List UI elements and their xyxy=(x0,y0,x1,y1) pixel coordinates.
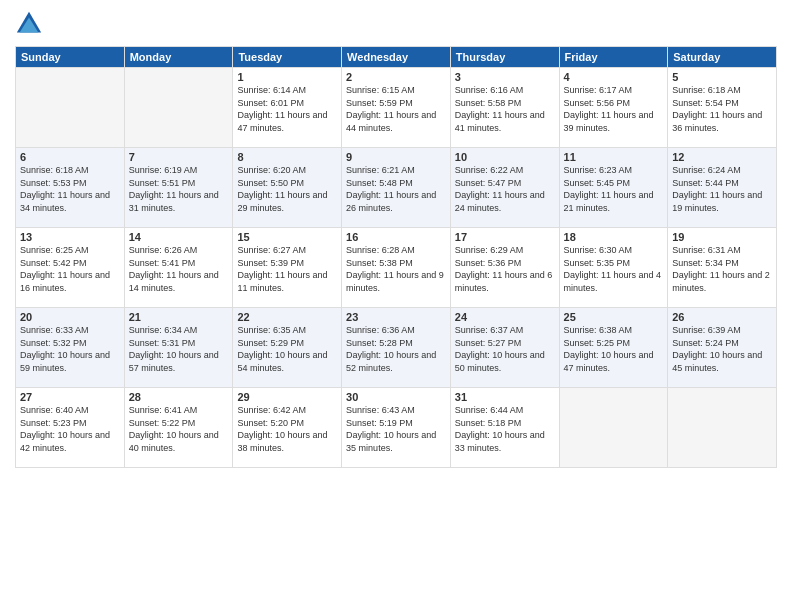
calendar-table: SundayMondayTuesdayWednesdayThursdayFrid… xyxy=(15,46,777,468)
day-info: Sunrise: 6:39 AMSunset: 5:24 PMDaylight:… xyxy=(672,325,762,373)
day-number: 21 xyxy=(129,311,229,323)
day-number: 17 xyxy=(455,231,555,243)
day-info: Sunrise: 6:20 AMSunset: 5:50 PMDaylight:… xyxy=(237,165,327,213)
calendar-cell xyxy=(16,68,125,148)
day-number: 28 xyxy=(129,391,229,403)
calendar-week-3: 13 Sunrise: 6:25 AMSunset: 5:42 PMDaylig… xyxy=(16,228,777,308)
calendar-cell: 29 Sunrise: 6:42 AMSunset: 5:20 PMDaylig… xyxy=(233,388,342,468)
day-number: 31 xyxy=(455,391,555,403)
day-info: Sunrise: 6:44 AMSunset: 5:18 PMDaylight:… xyxy=(455,405,545,453)
day-number: 19 xyxy=(672,231,772,243)
day-number: 2 xyxy=(346,71,446,83)
calendar-cell: 24 Sunrise: 6:37 AMSunset: 5:27 PMDaylig… xyxy=(450,308,559,388)
day-info: Sunrise: 6:26 AMSunset: 5:41 PMDaylight:… xyxy=(129,245,219,293)
day-info: Sunrise: 6:18 AMSunset: 5:54 PMDaylight:… xyxy=(672,85,762,133)
day-number: 11 xyxy=(564,151,664,163)
calendar-cell: 2 Sunrise: 6:15 AMSunset: 5:59 PMDayligh… xyxy=(342,68,451,148)
calendar-cell xyxy=(668,388,777,468)
logo xyxy=(15,10,45,38)
header xyxy=(15,10,777,38)
day-number: 22 xyxy=(237,311,337,323)
calendar-cell: 22 Sunrise: 6:35 AMSunset: 5:29 PMDaylig… xyxy=(233,308,342,388)
calendar-cell: 13 Sunrise: 6:25 AMSunset: 5:42 PMDaylig… xyxy=(16,228,125,308)
calendar-header-row: SundayMondayTuesdayWednesdayThursdayFrid… xyxy=(16,47,777,68)
calendar-cell: 5 Sunrise: 6:18 AMSunset: 5:54 PMDayligh… xyxy=(668,68,777,148)
calendar-cell: 4 Sunrise: 6:17 AMSunset: 5:56 PMDayligh… xyxy=(559,68,668,148)
day-number: 30 xyxy=(346,391,446,403)
day-info: Sunrise: 6:40 AMSunset: 5:23 PMDaylight:… xyxy=(20,405,110,453)
calendar-cell: 27 Sunrise: 6:40 AMSunset: 5:23 PMDaylig… xyxy=(16,388,125,468)
calendar-cell xyxy=(559,388,668,468)
day-number: 9 xyxy=(346,151,446,163)
day-number: 12 xyxy=(672,151,772,163)
day-number: 27 xyxy=(20,391,120,403)
calendar-cell: 26 Sunrise: 6:39 AMSunset: 5:24 PMDaylig… xyxy=(668,308,777,388)
calendar-header-saturday: Saturday xyxy=(668,47,777,68)
day-number: 6 xyxy=(20,151,120,163)
day-number: 13 xyxy=(20,231,120,243)
day-info: Sunrise: 6:25 AMSunset: 5:42 PMDaylight:… xyxy=(20,245,110,293)
day-info: Sunrise: 6:17 AMSunset: 5:56 PMDaylight:… xyxy=(564,85,654,133)
day-info: Sunrise: 6:31 AMSunset: 5:34 PMDaylight:… xyxy=(672,245,770,293)
day-number: 23 xyxy=(346,311,446,323)
calendar-header-sunday: Sunday xyxy=(16,47,125,68)
calendar-cell: 6 Sunrise: 6:18 AMSunset: 5:53 PMDayligh… xyxy=(16,148,125,228)
calendar-cell: 9 Sunrise: 6:21 AMSunset: 5:48 PMDayligh… xyxy=(342,148,451,228)
calendar-cell: 11 Sunrise: 6:23 AMSunset: 5:45 PMDaylig… xyxy=(559,148,668,228)
calendar-header-monday: Monday xyxy=(124,47,233,68)
day-info: Sunrise: 6:43 AMSunset: 5:19 PMDaylight:… xyxy=(346,405,436,453)
day-number: 24 xyxy=(455,311,555,323)
calendar-cell: 25 Sunrise: 6:38 AMSunset: 5:25 PMDaylig… xyxy=(559,308,668,388)
calendar-cell: 20 Sunrise: 6:33 AMSunset: 5:32 PMDaylig… xyxy=(16,308,125,388)
calendar-cell: 10 Sunrise: 6:22 AMSunset: 5:47 PMDaylig… xyxy=(450,148,559,228)
day-info: Sunrise: 6:41 AMSunset: 5:22 PMDaylight:… xyxy=(129,405,219,453)
day-info: Sunrise: 6:24 AMSunset: 5:44 PMDaylight:… xyxy=(672,165,762,213)
day-info: Sunrise: 6:27 AMSunset: 5:39 PMDaylight:… xyxy=(237,245,327,293)
page: SundayMondayTuesdayWednesdayThursdayFrid… xyxy=(0,0,792,612)
day-info: Sunrise: 6:37 AMSunset: 5:27 PMDaylight:… xyxy=(455,325,545,373)
logo-icon xyxy=(15,10,43,38)
calendar-header-thursday: Thursday xyxy=(450,47,559,68)
calendar-cell: 30 Sunrise: 6:43 AMSunset: 5:19 PMDaylig… xyxy=(342,388,451,468)
day-info: Sunrise: 6:23 AMSunset: 5:45 PMDaylight:… xyxy=(564,165,654,213)
day-info: Sunrise: 6:35 AMSunset: 5:29 PMDaylight:… xyxy=(237,325,327,373)
calendar-week-4: 20 Sunrise: 6:33 AMSunset: 5:32 PMDaylig… xyxy=(16,308,777,388)
calendar-cell: 14 Sunrise: 6:26 AMSunset: 5:41 PMDaylig… xyxy=(124,228,233,308)
day-info: Sunrise: 6:15 AMSunset: 5:59 PMDaylight:… xyxy=(346,85,436,133)
day-number: 7 xyxy=(129,151,229,163)
day-info: Sunrise: 6:38 AMSunset: 5:25 PMDaylight:… xyxy=(564,325,654,373)
calendar-cell: 1 Sunrise: 6:14 AMSunset: 6:01 PMDayligh… xyxy=(233,68,342,148)
day-info: Sunrise: 6:33 AMSunset: 5:32 PMDaylight:… xyxy=(20,325,110,373)
calendar-cell: 19 Sunrise: 6:31 AMSunset: 5:34 PMDaylig… xyxy=(668,228,777,308)
day-info: Sunrise: 6:18 AMSunset: 5:53 PMDaylight:… xyxy=(20,165,110,213)
day-info: Sunrise: 6:28 AMSunset: 5:38 PMDaylight:… xyxy=(346,245,444,293)
calendar-cell: 8 Sunrise: 6:20 AMSunset: 5:50 PMDayligh… xyxy=(233,148,342,228)
calendar-cell: 7 Sunrise: 6:19 AMSunset: 5:51 PMDayligh… xyxy=(124,148,233,228)
day-number: 10 xyxy=(455,151,555,163)
calendar-week-1: 1 Sunrise: 6:14 AMSunset: 6:01 PMDayligh… xyxy=(16,68,777,148)
calendar-cell: 15 Sunrise: 6:27 AMSunset: 5:39 PMDaylig… xyxy=(233,228,342,308)
day-number: 1 xyxy=(237,71,337,83)
calendar-cell: 17 Sunrise: 6:29 AMSunset: 5:36 PMDaylig… xyxy=(450,228,559,308)
day-info: Sunrise: 6:29 AMSunset: 5:36 PMDaylight:… xyxy=(455,245,553,293)
day-info: Sunrise: 6:21 AMSunset: 5:48 PMDaylight:… xyxy=(346,165,436,213)
day-info: Sunrise: 6:14 AMSunset: 6:01 PMDaylight:… xyxy=(237,85,327,133)
day-number: 15 xyxy=(237,231,337,243)
day-number: 26 xyxy=(672,311,772,323)
calendar-cell: 16 Sunrise: 6:28 AMSunset: 5:38 PMDaylig… xyxy=(342,228,451,308)
day-number: 5 xyxy=(672,71,772,83)
day-number: 8 xyxy=(237,151,337,163)
day-info: Sunrise: 6:22 AMSunset: 5:47 PMDaylight:… xyxy=(455,165,545,213)
calendar-cell: 28 Sunrise: 6:41 AMSunset: 5:22 PMDaylig… xyxy=(124,388,233,468)
calendar-header-tuesday: Tuesday xyxy=(233,47,342,68)
calendar-header-wednesday: Wednesday xyxy=(342,47,451,68)
day-info: Sunrise: 6:36 AMSunset: 5:28 PMDaylight:… xyxy=(346,325,436,373)
day-number: 16 xyxy=(346,231,446,243)
day-number: 29 xyxy=(237,391,337,403)
day-number: 20 xyxy=(20,311,120,323)
calendar-cell: 3 Sunrise: 6:16 AMSunset: 5:58 PMDayligh… xyxy=(450,68,559,148)
day-number: 4 xyxy=(564,71,664,83)
calendar-week-5: 27 Sunrise: 6:40 AMSunset: 5:23 PMDaylig… xyxy=(16,388,777,468)
calendar-header-friday: Friday xyxy=(559,47,668,68)
day-info: Sunrise: 6:30 AMSunset: 5:35 PMDaylight:… xyxy=(564,245,662,293)
